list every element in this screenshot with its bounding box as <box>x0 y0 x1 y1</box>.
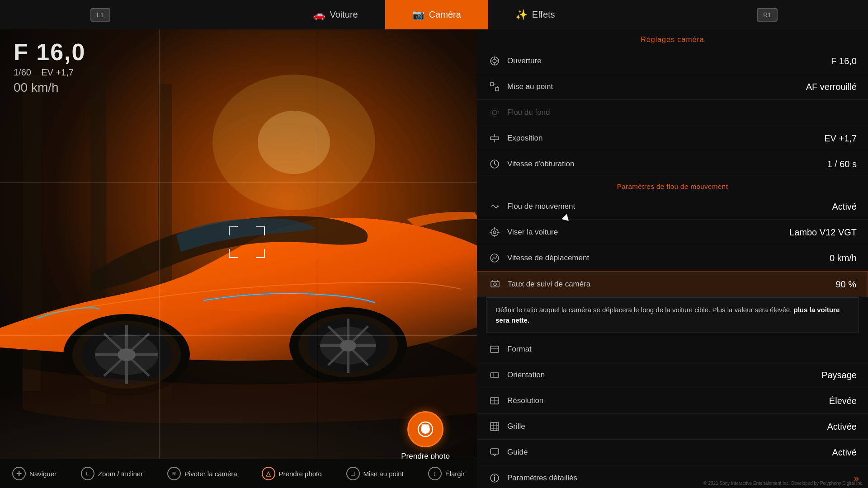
svg-point-6 <box>258 111 330 174</box>
format-icon <box>488 343 501 356</box>
taux-suivi-value: 90 % <box>835 279 856 290</box>
svg-rect-34 <box>495 88 499 91</box>
camera-icon: 📷 <box>412 9 425 21</box>
svg-point-51 <box>494 283 496 286</box>
action-zoom[interactable]: L Zoom / Incliner <box>81 467 143 480</box>
svg-point-37 <box>492 110 497 115</box>
zoom-label: Zoom / Incliner <box>98 470 143 478</box>
flou-mouvement-icon <box>488 200 501 213</box>
action-mise-au-point[interactable]: □ Mise au point <box>346 467 404 480</box>
top-navigation: L1 🚗 Voiture 📷 Caméra ✨ Effets R1 <box>0 0 868 29</box>
grille-value: Activée <box>827 422 857 432</box>
resolution-icon <box>488 394 501 407</box>
params-details-label: Paramètres détaillés <box>507 474 577 483</box>
row-grille[interactable]: Grille Activée <box>477 414 868 440</box>
copyright-text: © 2021 Sony Interactive Entertainment In… <box>703 481 863 486</box>
svg-point-43 <box>491 229 498 236</box>
hud-speed: 00 km/h <box>14 80 85 95</box>
mise-au-point-row-label: Mise au point <box>507 82 553 91</box>
hud-shutter: 1/60 <box>14 67 31 77</box>
taux-suivi-icon <box>489 278 501 291</box>
vitesse-deplacement-value: 0 km/h <box>830 253 857 263</box>
l1-button[interactable]: L1 <box>90 8 110 22</box>
tooltip-text: Définir le ratio auquel la caméra se dép… <box>495 306 840 324</box>
tab-effets[interactable]: ✨ Effets <box>488 0 582 29</box>
tooltip-box: Définir le ratio auquel la caméra se dép… <box>486 297 859 333</box>
format-label: Format <box>507 345 532 354</box>
vitesse-deplacement-icon <box>488 252 501 264</box>
mise-au-point-btn-icon: □ <box>346 467 360 480</box>
svg-rect-66 <box>491 449 499 454</box>
naviguer-btn-icon: ✛ <box>12 467 26 480</box>
row-orientation[interactable]: Orientation Paysage <box>477 362 868 388</box>
tab-camera-label: Caméra <box>429 9 461 20</box>
guide-icon <box>488 446 501 459</box>
prendre-photo-btn-icon: △ <box>262 467 275 480</box>
ouverture-icon <box>488 55 501 67</box>
row-guide[interactable]: Guide Activé <box>477 440 868 465</box>
guide-value: Activé <box>832 447 857 458</box>
svg-rect-61 <box>491 422 499 431</box>
action-elargir[interactable]: ↕ Élargir <box>428 467 465 480</box>
resolution-label: Résolution <box>507 396 543 405</box>
row-resolution[interactable]: Résolution Élevée <box>477 388 868 414</box>
params-details-icon <box>488 472 501 484</box>
tab-voiture-label: Voiture <box>330 9 358 20</box>
svg-point-38 <box>491 108 499 117</box>
orientation-value: Paysage <box>821 370 857 380</box>
row-mise-au-point[interactable]: Mise au point AF verrouillé <box>477 74 868 100</box>
row-flou-mouvement[interactable]: Flou de mouvement Activé <box>477 194 868 220</box>
row-ouverture[interactable]: Ouverture F 16,0 <box>477 48 868 74</box>
elargir-btn-icon: ↕ <box>428 467 442 480</box>
bottom-action-bar: ✛ Naviguer L Zoom / Incliner R Pivoter l… <box>0 459 477 488</box>
svg-rect-54 <box>491 346 499 352</box>
row-vitesse-obturation[interactable]: Vitesse d'obturation 1 / 60 s <box>477 151 868 177</box>
r1-button[interactable]: R1 <box>757 8 778 22</box>
guide-label: Guide <box>507 448 528 457</box>
vitesse-obturation-label: Vitesse d'obturation <box>507 160 574 169</box>
tab-voiture[interactable]: 🚗 Voiture <box>286 0 385 29</box>
shutter-button[interactable] <box>407 411 443 447</box>
action-prendre-photo[interactable]: △ Prendre photo <box>262 467 322 480</box>
row-flou-fond[interactable]: Flou du fond <box>477 100 868 126</box>
flou-mouvement-value: Activé <box>832 202 857 212</box>
tab-camera[interactable]: 📷 Caméra <box>385 0 488 29</box>
hud-aperture: F 16,0 <box>14 38 85 66</box>
effects-icon: ✨ <box>515 9 528 21</box>
vitesse-obturation-icon <box>488 158 501 170</box>
svg-point-28 <box>493 59 496 63</box>
orientation-icon <box>488 369 501 381</box>
orientation-label: Orientation <box>507 371 545 380</box>
pivoter-label: Pivoter la caméra <box>184 470 237 478</box>
ouverture-value: F 16,0 <box>831 56 857 66</box>
hud-ev: EV +1,7 <box>41 67 74 77</box>
row-viser-voiture[interactable]: Viser la voiture Lambo V12 VGT <box>477 220 868 245</box>
row-vitesse-deplacement[interactable]: Vitesse de déplacement 0 km/h <box>477 245 868 271</box>
svg-point-44 <box>493 231 496 234</box>
car-icon: 🚗 <box>313 9 325 21</box>
viser-voiture-value: Lambo V12 VGT <box>789 227 857 238</box>
exposition-value: EV +1,7 <box>824 133 857 144</box>
svg-rect-39 <box>491 137 499 140</box>
action-naviguer[interactable]: ✛ Naviguer <box>12 467 57 480</box>
flou-fond-label: Flou du fond <box>507 108 550 117</box>
row-exposition[interactable]: Exposition EV +1,7 <box>477 126 868 151</box>
mise-au-point-label: Mise au point <box>363 470 404 478</box>
section-2-header: Paramètres de flou de mouvement <box>477 177 868 194</box>
section-1-header: Réglages caméra <box>477 29 868 48</box>
svg-rect-56 <box>491 373 499 377</box>
mise-au-point-value: AF verrouillé <box>806 82 857 92</box>
svg-point-68 <box>494 475 495 477</box>
action-pivoter[interactable]: R Pivoter la caméra <box>167 467 237 480</box>
shutter-icon <box>416 420 434 438</box>
row-format[interactable]: Format <box>477 337 868 362</box>
viser-voiture-label: Viser la voiture <box>507 228 558 237</box>
elargir-label: Élargir <box>445 470 465 478</box>
hud-shutter-ev: 1/60 EV +1,7 <box>14 67 85 78</box>
mise-au-point-icon <box>488 80 501 93</box>
camera-viewport: F 16,0 1/60 EV +1,7 00 km/h Prendre phot… <box>0 29 477 488</box>
naviguer-label: Naviguer <box>29 470 57 478</box>
flou-fond-icon <box>488 106 501 119</box>
exposition-label: Exposition <box>507 134 542 143</box>
row-taux-suivi[interactable]: Taux de suivi de caméra 90 % <box>477 271 868 297</box>
